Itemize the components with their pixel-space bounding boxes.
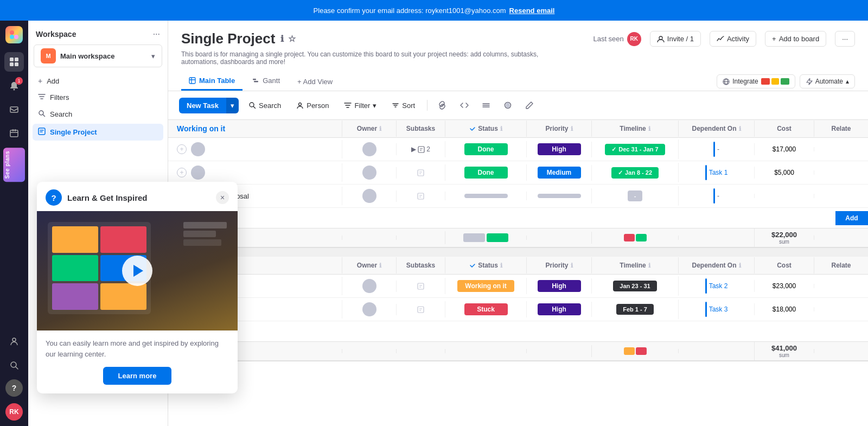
home-nav-item[interactable] <box>4 52 24 72</box>
dependent-info-icon[interactable]: ℹ <box>739 125 741 132</box>
col-timeline-header[interactable]: Timeline ℹ <box>591 120 678 137</box>
add-to-board-button[interactable]: + Add to board <box>765 31 826 47</box>
activity-button[interactable]: Activity <box>710 31 756 47</box>
status-pill-2[interactable]: Done <box>464 167 508 179</box>
timeline-pill-1[interactable]: ✓ Dec 31 - Jan 7 <box>605 144 665 155</box>
owner-info-icon-2[interactable]: ℹ <box>379 262 381 269</box>
sidebar-search-button[interactable]: Search <box>28 106 168 123</box>
col-dependent-header[interactable]: Dependent On ℹ <box>678 120 754 137</box>
col-status-header[interactable]: Status ℹ <box>445 120 526 137</box>
more-options-button[interactable]: ··· <box>835 31 855 47</box>
new-task-dropdown-arrow[interactable]: ▾ <box>226 98 239 113</box>
timeline-cell-4[interactable]: Jan 23 - 31 <box>591 278 678 294</box>
col-priority-header[interactable]: Priority ℹ <box>526 120 591 137</box>
new-task-main[interactable]: New Task <box>179 98 226 113</box>
add-button[interactable]: + Add <box>28 73 168 89</box>
priority-cell-3[interactable] <box>526 192 591 200</box>
timeline-cell-2[interactable]: ✓ Jan 8 - 22 <box>591 165 678 181</box>
tab-main-table[interactable]: Main Table <box>181 72 242 91</box>
owner-cell-3[interactable] <box>342 187 396 205</box>
workspace-options-button[interactable]: ··· <box>153 29 160 39</box>
add-task-row-2[interactable]: + Add Task <box>168 321 868 342</box>
status-cell-5[interactable]: Stuck <box>445 301 526 317</box>
add-subtask-icon-2[interactable]: + <box>177 168 187 177</box>
invite-button[interactable]: Invite / 1 <box>650 31 701 47</box>
automate-collapse-icon[interactable]: ▴ <box>846 78 849 85</box>
owner-cell-1[interactable] <box>342 140 396 158</box>
sort-button[interactable]: Sort <box>386 99 420 112</box>
status-info-icon-2[interactable]: ℹ <box>500 262 502 269</box>
filter-button[interactable]: Filter ▾ <box>339 99 382 112</box>
calendar-nav-item[interactable] <box>4 124 24 143</box>
priority-cell-5[interactable]: High <box>526 301 591 317</box>
learn-more-button[interactable]: Learn more <box>103 367 172 385</box>
timeline-pill-3[interactable]: - <box>628 190 643 201</box>
priority-info-icon[interactable]: ℹ <box>571 125 573 132</box>
workspace-selector[interactable]: M Main workspace ▾ <box>34 44 162 67</box>
owner-cell-2[interactable] <box>342 163 396 182</box>
timeline-info-icon[interactable]: ℹ <box>648 125 650 132</box>
see-plans-button[interactable]: See plans <box>3 148 25 182</box>
timeline-info-icon-2[interactable]: ℹ <box>648 262 650 269</box>
col-related-header-2[interactable]: Relate <box>814 257 868 274</box>
col-status-header-2[interactable]: Status ℹ <box>445 257 526 274</box>
edit-icon-btn[interactable] <box>521 97 538 114</box>
filters-button[interactable]: Filters <box>28 89 168 106</box>
subtasks-cell-3[interactable] <box>396 190 445 202</box>
star-icon[interactable]: ☆ <box>288 34 296 44</box>
priority-pill-3[interactable] <box>538 194 581 198</box>
priority-cell-4[interactable]: High <box>526 278 591 294</box>
timeline-cell-5[interactable]: Feb 1 - 7 <box>591 302 678 317</box>
owner-info-icon[interactable]: ℹ <box>379 125 381 132</box>
status-cell-2[interactable]: Done <box>445 164 526 181</box>
owner-cell-5[interactable] <box>342 300 396 319</box>
col-subtasks-header[interactable]: Subtasks <box>396 120 445 137</box>
priority-cell-1[interactable]: High <box>526 141 591 157</box>
status-pill-4[interactable]: Working on it <box>457 280 514 292</box>
timeline-pill-4[interactable]: Jan 23 - 31 <box>613 281 656 291</box>
dependent-cell-4[interactable]: Task 2 <box>678 276 754 296</box>
add-subtask-icon-1[interactable]: + <box>177 144 187 154</box>
video-play-button[interactable] <box>122 256 152 286</box>
dependent-cell-2[interactable]: Task 1 <box>678 163 754 182</box>
search-nav-item[interactable] <box>4 355 24 375</box>
task-cell-2[interactable]: + <box>168 161 342 184</box>
priority-cell-2[interactable]: Medium <box>526 164 591 181</box>
expand-icon-1[interactable]: ▶ <box>411 145 416 153</box>
status-pill-3[interactable] <box>464 194 508 198</box>
col-timeline-header-2[interactable]: Timeline ℹ <box>591 257 678 274</box>
col-related-header[interactable]: Relate <box>814 120 868 137</box>
dependent-cell-5[interactable]: Task 3 <box>678 300 754 319</box>
col-owner-header[interactable]: Owner ℹ <box>342 120 396 137</box>
priority-pill-1[interactable]: High <box>538 143 581 155</box>
resend-email-link[interactable]: Resend email <box>509 7 555 15</box>
col-owner-header-2[interactable]: Owner ℹ <box>342 257 396 274</box>
col-subtasks-header-2[interactable]: Subtasks <box>396 257 445 274</box>
modal-close-button[interactable]: × <box>216 191 229 204</box>
new-task-button[interactable]: New Task ▾ <box>179 98 239 113</box>
task-cell-1[interactable]: + <box>168 138 342 161</box>
team-nav-item[interactable] <box>4 332 24 351</box>
sidebar-item-single-project[interactable]: Single Project <box>33 124 163 141</box>
search-button[interactable]: Search <box>243 99 286 112</box>
col-priority-header-2[interactable]: Priority ℹ <box>526 257 591 274</box>
subtasks-cell-1[interactable]: ▶ 2 <box>396 143 445 155</box>
embed-icon-btn[interactable] <box>456 97 473 114</box>
timeline-pill-2[interactable]: ✓ Jan 8 - 22 <box>611 167 659 179</box>
owner-cell-4[interactable] <box>342 277 396 295</box>
status-info-icon[interactable]: ℹ <box>500 125 502 132</box>
status-cell-1[interactable]: Done <box>445 141 526 157</box>
inbox-nav-item[interactable] <box>4 100 24 119</box>
priority-pill-5[interactable]: High <box>538 303 581 315</box>
col-dependent-header-2[interactable]: Dependent On ℹ <box>678 257 754 274</box>
add-view-tab[interactable]: + Add View <box>290 73 340 90</box>
color-icon-btn[interactable] <box>499 97 516 114</box>
help-nav-item[interactable]: ? <box>5 379 23 397</box>
person-button[interactable]: Person <box>291 99 334 112</box>
subtasks-cell-4[interactable] <box>396 281 445 292</box>
status-cell-3[interactable] <box>445 192 526 200</box>
col-cost-header-2[interactable]: Cost <box>754 257 814 274</box>
add-task-row-1[interactable]: + Add Task Add <box>168 208 868 228</box>
info-icon[interactable]: ℹ <box>280 34 284 44</box>
subtasks-cell-5[interactable] <box>396 304 445 315</box>
